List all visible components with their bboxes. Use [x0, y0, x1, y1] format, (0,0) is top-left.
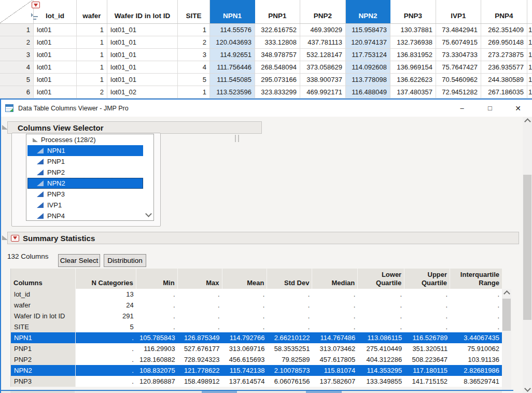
- cell-pnp1[interactable]: 322.616752: [255, 24, 300, 36]
- stats-cell-max[interactable]: 728.924323: [178, 354, 222, 365]
- cell-lot-id[interactable]: lot01: [34, 61, 77, 73]
- cell-wafer-id[interactable]: lot01_02: [107, 86, 178, 98]
- stats-row[interactable]: lot_id 13 . . . . . . . .: [11, 289, 502, 300]
- stats-cell-uq[interactable]: 117.180115: [404, 365, 450, 376]
- stats-cell-ncat[interactable]: .: [76, 376, 136, 387]
- column-header[interactable]: PNP3: [390, 0, 436, 23]
- stats-cell-ncat[interactable]: .: [76, 365, 136, 376]
- cell-pnp3[interactable]: 136.622623: [390, 74, 436, 86]
- stats-cell-median[interactable]: 114.767486: [312, 332, 358, 343]
- stats-cell-uq[interactable]: 116.526789: [404, 332, 450, 343]
- row-number-cell[interactable]: 5: [0, 74, 34, 86]
- cell-site[interactable]: 1: [178, 24, 210, 36]
- close-button[interactable]: ✕: [504, 100, 532, 117]
- cell-pnp1[interactable]: 348.978757: [255, 49, 300, 61]
- stats-cell-name[interactable]: PNP2: [11, 354, 76, 365]
- stats-cell-max[interactable]: .: [178, 321, 222, 332]
- window-scrollbar[interactable]: [523, 117, 532, 393]
- column-header[interactable]: wafer: [77, 0, 107, 23]
- stats-cell-ncat[interactable]: .: [76, 332, 136, 343]
- columns-menu-icon[interactable]: [32, 2, 40, 8]
- table-corner-cell[interactable]: [0, 0, 34, 23]
- stats-cell-min[interactable]: .: [136, 289, 178, 300]
- stats-cell-median[interactable]: 457.617805: [312, 354, 358, 365]
- stats-cell-lq[interactable]: 133.349855: [358, 376, 404, 387]
- stats-cell-max[interactable]: 527.676177: [178, 343, 222, 354]
- stats-cell-lq[interactable]: 404.312286: [358, 354, 404, 365]
- tree-item[interactable]: IVP1: [27, 200, 143, 210]
- cell-ivp1[interactable]: 72.9451282: [436, 86, 481, 98]
- stats-cell-mean[interactable]: 313.069716: [222, 343, 268, 354]
- stats-cell-lq[interactable]: .: [358, 289, 404, 300]
- cell-lot-id[interactable]: lot01: [34, 49, 77, 61]
- stats-cell-lq[interactable]: 114.353295: [358, 365, 404, 376]
- stats-column-header[interactable]: Max: [178, 269, 222, 289]
- stats-cell-iqr[interactable]: .: [450, 321, 502, 332]
- cell-site[interactable]: 2: [178, 36, 210, 48]
- cell-pnp2[interactable]: 437.781113: [300, 36, 346, 48]
- stats-cell-min[interactable]: 120.896887: [136, 376, 178, 387]
- stats-cell-iqr[interactable]: .: [450, 300, 502, 311]
- stats-cell-uq[interactable]: .: [404, 289, 450, 300]
- cell-lot-id[interactable]: lot01: [34, 36, 77, 48]
- cell-wafer[interactable]: 1: [77, 36, 107, 48]
- stats-cell-median[interactable]: .: [312, 321, 358, 332]
- stats-cell-uq[interactable]: 141.715152: [404, 376, 450, 387]
- stats-cell-stddev[interactable]: 6.06076156: [267, 376, 312, 387]
- stats-cell-min[interactable]: 128.160882: [136, 354, 178, 365]
- cell-pnp2[interactable]: 469.39029: [300, 24, 346, 36]
- stats-row[interactable]: NPN2 . 108.832075 121.778622 115.742138 …: [11, 365, 502, 376]
- stats-cell-lq[interactable]: 113.086115: [358, 332, 404, 343]
- window-scrollbar-thumb[interactable]: [523, 175, 531, 320]
- stats-row[interactable]: NPN1 . 105.785843 126.875349 114.792766 …: [11, 332, 502, 343]
- minimize-button[interactable]: –: [448, 100, 476, 117]
- stats-column-header[interactable]: Std Dev: [267, 269, 312, 289]
- stats-cell-mean[interactable]: 456.615693: [222, 354, 268, 365]
- stats-cell-ncat[interactable]: .: [76, 354, 136, 365]
- row-number-cell[interactable]: 6: [0, 86, 34, 98]
- stats-cell-iqr[interactable]: .: [450, 311, 502, 321]
- cell-pnp4[interactable]: 244.380589: [481, 74, 527, 86]
- stats-cell-median[interactable]: .: [312, 300, 358, 311]
- cell-wafer-id[interactable]: lot01_01: [107, 61, 178, 73]
- cell-ivp1[interactable]: 73.4842941: [436, 24, 481, 36]
- cell-lot-id[interactable]: lot01: [34, 74, 77, 86]
- stats-row[interactable]: PNP1 . 116.29903 527.676177 313.069716 5…: [11, 343, 502, 354]
- cell-npn1[interactable]: 113.523596: [210, 86, 255, 98]
- cell-partial[interactable]: 1: [527, 24, 532, 36]
- stats-row[interactable]: SITE 5 . . . . . . . .: [11, 321, 502, 332]
- stats-column-header[interactable]: Min: [136, 269, 178, 289]
- cell-partial[interactable]: 1: [527, 61, 532, 73]
- window-scroll-down-icon[interactable]: [523, 384, 532, 393]
- stats-cell-max[interactable]: 121.778622: [178, 365, 222, 376]
- stats-cell-iqr[interactable]: 103.91136: [450, 354, 502, 365]
- cell-npn1[interactable]: 111.545085: [210, 74, 255, 86]
- cell-npn1[interactable]: 114.55576: [210, 24, 255, 36]
- cell-pnp3[interactable]: 132.736938: [390, 36, 436, 48]
- column-header[interactable]: PNP4: [481, 0, 527, 23]
- tree-item[interactable]: NPN1: [27, 145, 143, 156]
- splitter-handle[interactable]: [235, 135, 239, 142]
- rows-menu-icon[interactable]: [31, 12, 40, 21]
- cell-pnp4[interactable]: 269.950148: [481, 36, 527, 48]
- stats-cell-ncat[interactable]: 291: [76, 311, 136, 321]
- tree-item[interactable]: PNP2: [27, 167, 143, 178]
- stats-cell-name[interactable]: NPN1: [11, 332, 76, 343]
- row-number-cell[interactable]: 1: [0, 24, 34, 36]
- cell-pnp1[interactable]: 268.548094: [255, 61, 300, 73]
- stats-cell-name[interactable]: lot_id: [11, 289, 76, 300]
- stats-cell-stddev[interactable]: .: [267, 300, 312, 311]
- stats-row[interactable]: Wafer ID in lot ID 291 . . . . . . . .: [11, 311, 502, 321]
- cell-npn2[interactable]: 115.958473: [346, 24, 390, 36]
- group-disclosure-icon[interactable]: [33, 138, 38, 142]
- cell-pnp3[interactable]: 130.37881: [390, 24, 436, 36]
- stats-scrollbar-thumb[interactable]: [502, 299, 511, 331]
- cell-wafer-id[interactable]: lot01_01: [107, 36, 178, 48]
- stats-cell-max[interactable]: .: [178, 300, 222, 311]
- stats-row[interactable]: PNP2 . 128.160882 728.924323 456.615693 …: [11, 354, 502, 365]
- cell-partial[interactable]: 1: [527, 49, 532, 61]
- stats-cell-iqr[interactable]: 2.82681986: [450, 365, 502, 376]
- stats-cell-median[interactable]: .: [312, 289, 358, 300]
- stats-cell-stddev[interactable]: 2.10078573: [267, 365, 312, 376]
- cell-pnp4[interactable]: 273.273875: [481, 49, 527, 61]
